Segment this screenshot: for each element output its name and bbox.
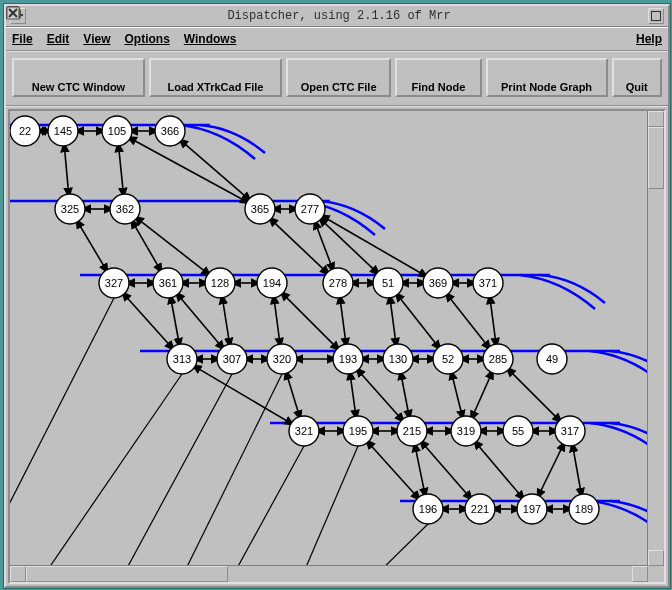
svg-line-79 <box>10 298 114 566</box>
graph-node-label: 215 <box>403 425 421 437</box>
node-graph: 2214510536632536236527732736112819427851… <box>10 111 648 566</box>
canvas-area: 2214510536632536236527732736112819427851… <box>8 109 666 584</box>
svg-line-57 <box>222 298 229 344</box>
button-label: Open CTC File <box>301 81 377 93</box>
open-ctc-file-button[interactable]: Open CTC File <box>286 58 391 97</box>
svg-line-68 <box>358 370 402 420</box>
svg-line-46 <box>181 141 248 199</box>
graph-node-label: 197 <box>523 503 541 515</box>
graph-node-label: 369 <box>429 277 447 289</box>
graph-node-label: 277 <box>301 203 319 215</box>
menu-edit[interactable]: Edit <box>47 32 70 46</box>
new-ctc-window-button[interactable]: New CTC Window <box>12 58 145 97</box>
svg-line-60 <box>340 298 346 344</box>
horizontal-scrollbar[interactable] <box>10 565 648 582</box>
svg-line-63 <box>447 295 488 347</box>
graph-node-label: 371 <box>479 277 497 289</box>
scroll-right-button[interactable] <box>632 566 648 582</box>
svg-line-55 <box>171 298 180 344</box>
node-graph-canvas[interactable]: 2214510536632536236527732736112819427851… <box>10 111 648 566</box>
graph-node-label: 128 <box>211 277 229 289</box>
svg-line-64 <box>490 298 496 344</box>
graph-node-label: 327 <box>105 277 123 289</box>
svg-line-49 <box>137 218 208 274</box>
find-node-button[interactable]: Find Node <box>395 58 481 97</box>
graph-node-label: 105 <box>108 125 126 137</box>
svg-line-51 <box>315 223 332 269</box>
scroll-left-button[interactable] <box>10 566 26 582</box>
graph-node-label: 55 <box>512 425 524 437</box>
svg-line-82 <box>180 374 282 566</box>
svg-line-70 <box>452 374 463 417</box>
graph-node-label: 307 <box>223 353 241 365</box>
menu-options[interactable]: Options <box>124 32 169 46</box>
svg-line-54 <box>124 294 172 348</box>
graph-node-label: 189 <box>575 503 593 515</box>
svg-line-83 <box>230 446 304 566</box>
svg-line-71 <box>472 373 492 418</box>
svg-line-56 <box>178 294 223 347</box>
button-label: Quit <box>626 81 648 93</box>
graph-node-label: 319 <box>457 425 475 437</box>
titlebar[interactable]: Dispatcher, using 2.1.16 of Mrr <box>6 6 668 27</box>
load-xtrkcad-button[interactable]: Load XTrkCad File <box>149 58 282 97</box>
svg-line-58 <box>283 294 338 349</box>
svg-line-44 <box>119 146 124 194</box>
scroll-up-button[interactable] <box>648 111 664 127</box>
menu-help[interactable]: Help <box>636 32 662 46</box>
graph-node-label: 365 <box>251 203 269 215</box>
svg-line-74 <box>415 446 425 495</box>
graph-node-label: 278 <box>329 277 347 289</box>
svg-line-53 <box>323 217 425 276</box>
quit-button[interactable]: Quit <box>612 58 662 97</box>
graph-node-label: 52 <box>442 353 454 365</box>
svg-line-59 <box>274 298 280 344</box>
graph-node-label: 145 <box>54 125 72 137</box>
graph-node-label: 285 <box>489 353 507 365</box>
svg-line-48 <box>133 222 161 270</box>
menu-windows[interactable]: Windows <box>184 32 237 46</box>
window-title: Dispatcher, using 2.1.16 of Mrr <box>32 9 646 23</box>
svg-line-81 <box>120 374 232 566</box>
scroll-thumb-vertical[interactable] <box>648 127 664 189</box>
svg-line-47 <box>78 222 107 270</box>
print-node-graph-button[interactable]: Print Node Graph <box>486 58 608 97</box>
vertical-scrollbar[interactable] <box>647 111 664 566</box>
svg-line-61 <box>390 298 396 344</box>
svg-line-43 <box>64 146 68 194</box>
graph-node-label: 317 <box>561 425 579 437</box>
svg-line-73 <box>368 442 418 498</box>
svg-line-84 <box>300 446 358 566</box>
scroll-thumb-horizontal[interactable] <box>26 566 228 582</box>
graph-node-label: 320 <box>273 353 291 365</box>
svg-line-66 <box>286 373 299 416</box>
menu-file[interactable]: File <box>12 32 33 46</box>
svg-line-52 <box>321 219 377 272</box>
graph-node-label: 361 <box>159 277 177 289</box>
graph-node-label: 130 <box>389 353 407 365</box>
svg-line-75 <box>422 442 470 497</box>
graph-node-label: 313 <box>173 353 191 365</box>
graph-node-label: 366 <box>161 125 179 137</box>
button-label: New CTC Window <box>32 81 125 93</box>
svg-line-85 <box>370 524 428 566</box>
toolbar: New CTC Window Load XTrkCad File Open CT… <box>6 52 668 107</box>
svg-line-77 <box>539 444 564 495</box>
menubar: File Edit View Options Windows Help <box>6 27 668 52</box>
button-label: Load XTrkCad File <box>167 81 263 93</box>
app-window: Dispatcher, using 2.1.16 of Mrr File Edi… <box>4 4 670 588</box>
graph-node-label: 196 <box>419 503 437 515</box>
graph-node-label: 51 <box>382 277 394 289</box>
graph-node-label: 195 <box>349 425 367 437</box>
graph-node-label: 22 <box>19 125 31 137</box>
svg-line-72 <box>509 370 560 421</box>
maximize-button[interactable] <box>648 8 664 24</box>
scroll-down-button[interactable] <box>648 550 664 566</box>
svg-line-62 <box>397 295 438 347</box>
graph-node-label: 194 <box>263 277 281 289</box>
svg-line-50 <box>271 219 327 272</box>
graph-node-label: 321 <box>295 425 313 437</box>
graph-node-label: 49 <box>546 353 558 365</box>
graph-node-label: 221 <box>471 503 489 515</box>
menu-view[interactable]: View <box>83 32 110 46</box>
